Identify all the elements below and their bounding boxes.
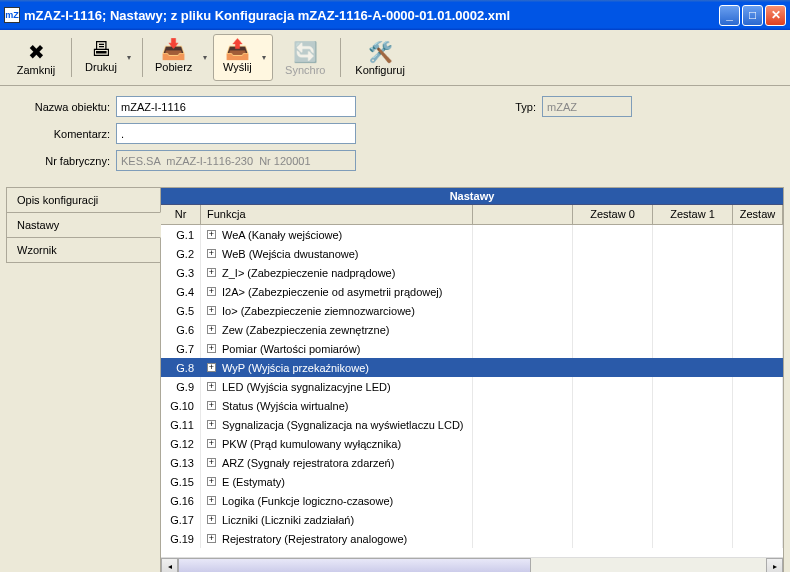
expand-icon[interactable]: + bbox=[207, 344, 216, 353]
row-zestaw0 bbox=[573, 396, 653, 415]
expand-icon[interactable]: + bbox=[207, 325, 216, 334]
table-row[interactable]: G.9+LED (Wyjścia sygnalizacyjne LED) bbox=[161, 377, 783, 396]
pobierz-button[interactable]: 📥 Pobierz ▾ bbox=[148, 34, 211, 81]
tab-opis[interactable]: Opis konfiguracji bbox=[6, 187, 161, 213]
scroll-right-button[interactable]: ▸ bbox=[766, 558, 783, 573]
drukuj-dropdown-arrow[interactable]: ▾ bbox=[123, 35, 135, 80]
row-nr: G.17 bbox=[161, 510, 201, 529]
row-funkcja: +WyP (Wyjścia przekaźnikowe) bbox=[201, 358, 473, 377]
tab-nastawy[interactable]: Nastawy bbox=[6, 212, 161, 238]
expand-icon[interactable]: + bbox=[207, 534, 216, 543]
table-row[interactable]: G.11+Sygnalizacja (Sygnalizacja na wyświ… bbox=[161, 415, 783, 434]
row-zestaw2 bbox=[733, 415, 783, 434]
expand-icon[interactable]: + bbox=[207, 306, 216, 315]
row-zestaw2 bbox=[733, 225, 783, 244]
expand-icon[interactable]: + bbox=[207, 401, 216, 410]
wyslij-button[interactable]: 📤 Wyślij ▾ bbox=[213, 34, 273, 81]
expand-icon[interactable]: + bbox=[207, 420, 216, 429]
row-spacer bbox=[473, 472, 573, 491]
table-row[interactable]: G.5+Io> (Zabezpieczenie ziemnozwarciowe) bbox=[161, 301, 783, 320]
row-zestaw1 bbox=[653, 396, 733, 415]
row-funkcja: +WeB (Wejścia dwustanowe) bbox=[201, 244, 473, 263]
expand-icon[interactable]: + bbox=[207, 382, 216, 391]
zamknij-label: Zamknij bbox=[17, 64, 56, 76]
expand-icon[interactable]: + bbox=[207, 363, 216, 372]
row-zestaw1 bbox=[653, 320, 733, 339]
row-zestaw1 bbox=[653, 282, 733, 301]
table-row[interactable]: G.19+Rejestratory (Rejestratory analogow… bbox=[161, 529, 783, 548]
table-row[interactable]: G.7+Pomiar (Wartości pomiarów) bbox=[161, 339, 783, 358]
row-zestaw0 bbox=[573, 510, 653, 529]
row-zestaw2 bbox=[733, 510, 783, 529]
komentarz-input[interactable] bbox=[116, 123, 356, 144]
row-spacer bbox=[473, 339, 573, 358]
toolbar-separator bbox=[71, 38, 72, 77]
close-button[interactable]: ✕ bbox=[765, 5, 786, 26]
konfiguruj-button[interactable]: 🛠️ Konfiguruj bbox=[346, 34, 414, 81]
main-area: Opis konfiguracji Nastawy Wzornik Nastaw… bbox=[0, 187, 790, 572]
expand-icon[interactable]: + bbox=[207, 439, 216, 448]
row-spacer bbox=[473, 358, 573, 377]
expand-icon[interactable]: + bbox=[207, 287, 216, 296]
wyslij-dropdown-arrow[interactable]: ▾ bbox=[258, 35, 270, 80]
table-row[interactable]: G.13+ARZ (Sygnały rejestratora zdarzeń) bbox=[161, 453, 783, 472]
drukuj-button[interactable]: 🖶 Drukuj ▾ bbox=[77, 34, 137, 81]
zamknij-button[interactable]: ✖ Zamknij bbox=[6, 34, 66, 81]
grid-header: Nr Funkcja Zestaw 0 Zestaw 1 Zestaw bbox=[161, 205, 783, 225]
table-row[interactable]: G.2+WeB (Wejścia dwustanowe) bbox=[161, 244, 783, 263]
expand-icon[interactable]: + bbox=[207, 249, 216, 258]
scroll-left-button[interactable]: ◂ bbox=[161, 558, 178, 573]
scroll-thumb[interactable] bbox=[178, 558, 531, 573]
row-zestaw2 bbox=[733, 472, 783, 491]
scroll-track[interactable] bbox=[178, 558, 766, 573]
expand-icon[interactable]: + bbox=[207, 230, 216, 239]
table-row[interactable]: G.6+Zew (Zabezpieczenia zewnętrzne) bbox=[161, 320, 783, 339]
minimize-button[interactable]: _ bbox=[719, 5, 740, 26]
row-zestaw1 bbox=[653, 301, 733, 320]
row-funkcja-label: E (Estymaty) bbox=[222, 476, 285, 488]
row-funkcja-label: I2A> (Zabezpieczenie od asymetrii prądow… bbox=[222, 286, 442, 298]
col-funkcja[interactable]: Funkcja bbox=[201, 205, 473, 224]
table-row[interactable]: G.16+Logika (Funkcje logiczno-czasowe) bbox=[161, 491, 783, 510]
table-row[interactable]: G.17+Liczniki (Liczniki zadziałań) bbox=[161, 510, 783, 529]
table-row[interactable]: G.8+WyP (Wyjścia przekaźnikowe) bbox=[161, 358, 783, 377]
row-zestaw0 bbox=[573, 377, 653, 396]
expand-icon[interactable]: + bbox=[207, 268, 216, 277]
expand-icon[interactable]: + bbox=[207, 458, 216, 467]
horizontal-scrollbar[interactable]: ◂ ▸ bbox=[161, 557, 783, 572]
table-row[interactable]: G.10+Status (Wyjścia wirtualne) bbox=[161, 396, 783, 415]
row-zestaw1 bbox=[653, 491, 733, 510]
expand-icon[interactable]: + bbox=[207, 496, 216, 505]
expand-icon[interactable]: + bbox=[207, 477, 216, 486]
row-spacer bbox=[473, 301, 573, 320]
row-spacer bbox=[473, 282, 573, 301]
row-zestaw0 bbox=[573, 358, 653, 377]
table-row[interactable]: G.3+Z_I> (Zabezpieczenie nadprądowe) bbox=[161, 263, 783, 282]
row-zestaw2 bbox=[733, 358, 783, 377]
row-funkcja: +Rejestratory (Rejestratory analogowe) bbox=[201, 529, 473, 548]
pobierz-dropdown-arrow[interactable]: ▾ bbox=[198, 35, 210, 80]
row-zestaw0 bbox=[573, 434, 653, 453]
row-zestaw0 bbox=[573, 301, 653, 320]
row-funkcja-label: WeA (Kanały wejściowe) bbox=[222, 229, 342, 241]
maximize-button[interactable]: □ bbox=[742, 5, 763, 26]
col-zestaw0[interactable]: Zestaw 0 bbox=[573, 205, 653, 224]
table-row[interactable]: G.15+E (Estymaty) bbox=[161, 472, 783, 491]
col-zestaw1[interactable]: Zestaw 1 bbox=[653, 205, 733, 224]
tab-wzornik[interactable]: Wzornik bbox=[6, 237, 161, 263]
col-spacer[interactable] bbox=[473, 205, 573, 224]
table-row[interactable]: G.1+WeA (Kanały wejściowe) bbox=[161, 225, 783, 244]
expand-icon[interactable]: + bbox=[207, 515, 216, 524]
row-zestaw0 bbox=[573, 491, 653, 510]
col-zestaw2[interactable]: Zestaw bbox=[733, 205, 783, 224]
row-funkcja: +ARZ (Sygnały rejestratora zdarzeń) bbox=[201, 453, 473, 472]
row-funkcja: +Pomiar (Wartości pomiarów) bbox=[201, 339, 473, 358]
table-row[interactable]: G.12+PKW (Prąd kumulowany wyłącznika) bbox=[161, 434, 783, 453]
sync-icon: 🔄 bbox=[293, 40, 318, 64]
grid-body[interactable]: G.1+WeA (Kanały wejściowe)G.2+WeB (Wejśc… bbox=[161, 225, 783, 557]
nazwa-input[interactable] bbox=[116, 96, 356, 117]
row-zestaw0 bbox=[573, 339, 653, 358]
table-row[interactable]: G.4+I2A> (Zabezpieczenie od asymetrii pr… bbox=[161, 282, 783, 301]
col-nr[interactable]: Nr bbox=[161, 205, 201, 224]
row-funkcja-label: Rejestratory (Rejestratory analogowe) bbox=[222, 533, 407, 545]
